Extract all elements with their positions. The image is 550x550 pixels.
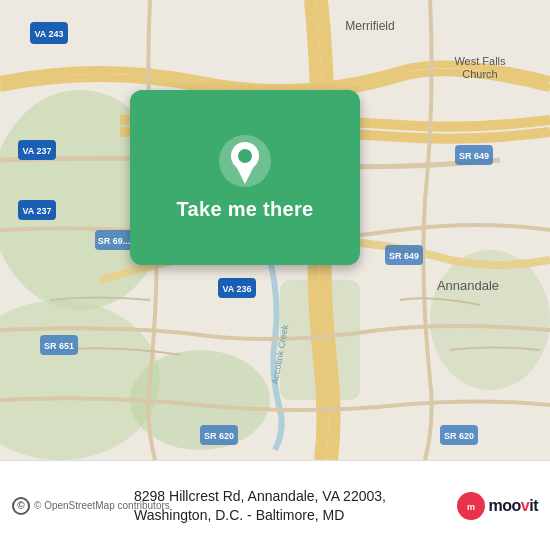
- svg-text:SR 620: SR 620: [444, 431, 474, 441]
- moovit-text: moovit: [489, 497, 538, 515]
- address-text: 8298 Hillcrest Rd, Annandale, VA 22003, …: [134, 487, 447, 523]
- svg-text:Merrifield: Merrifield: [345, 19, 394, 33]
- svg-point-3: [430, 250, 550, 390]
- location-pin-icon: [218, 134, 272, 188]
- svg-text:m: m: [467, 502, 475, 512]
- svg-text:VA 236: VA 236: [222, 284, 251, 294]
- svg-text:VA 237: VA 237: [22, 146, 51, 156]
- map-view: VA 243 US 50 VA 237 VA 237 SR 649 SR 649…: [0, 0, 550, 460]
- svg-text:SR 651: SR 651: [44, 341, 74, 351]
- osm-text: © OpenStreetMap contributors: [34, 500, 124, 512]
- svg-text:SR 69...: SR 69...: [98, 236, 131, 246]
- svg-text:VA 237: VA 237: [22, 206, 51, 216]
- moovit-logo: m moovit: [457, 492, 538, 520]
- moovit-icon: m: [457, 492, 485, 520]
- svg-text:VA 243: VA 243: [34, 29, 63, 39]
- svg-text:West Falls: West Falls: [454, 55, 506, 67]
- take-me-there-card[interactable]: Take me there: [130, 90, 360, 265]
- svg-text:SR 620: SR 620: [204, 431, 234, 441]
- svg-text:SR 649: SR 649: [389, 251, 419, 261]
- svg-point-35: [238, 149, 252, 163]
- bottom-bar: © © OpenStreetMap contributors 8298 Hill…: [0, 460, 550, 550]
- svg-text:SR 649: SR 649: [459, 151, 489, 161]
- svg-text:Church: Church: [462, 68, 497, 80]
- svg-text:Annandale: Annandale: [437, 278, 499, 293]
- osm-attribution: © © OpenStreetMap contributors: [12, 497, 124, 515]
- take-me-there-label: Take me there: [177, 198, 314, 221]
- osm-icon: ©: [12, 497, 30, 515]
